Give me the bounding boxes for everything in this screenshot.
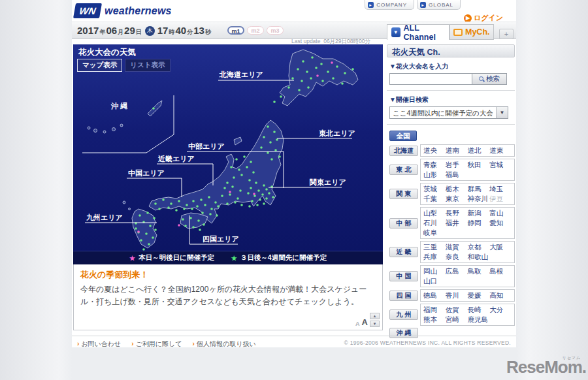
fireworks-event-dot-green[interactable] [287, 86, 290, 89]
prefecture-link[interactable]: 長野 [446, 208, 468, 218]
fireworks-event-dot-green[interactable] [261, 193, 264, 196]
fireworks-event-dot-green[interactable] [186, 204, 188, 206]
map-view-button[interactable]: マップ表示 [77, 59, 122, 72]
prefecture-link[interactable]: 東京 [446, 194, 468, 204]
fireworks-event-dot-green[interactable] [240, 174, 243, 176]
fireworks-event-dot-green[interactable] [301, 80, 303, 82]
search-button[interactable]: 検索 [472, 73, 507, 85]
prefecture-link[interactable]: 福井 [446, 218, 468, 228]
prefecture-link[interactable]: 滋賀 [446, 242, 468, 252]
mode-button-m2[interactable]: m2 [247, 26, 264, 35]
fireworks-event-dot-green[interactable] [167, 206, 170, 209]
fireworks-event-dot-green[interactable] [154, 229, 157, 231]
fireworks-event-dot-green[interactable] [210, 208, 213, 210]
fireworks-event-dot-green[interactable] [250, 187, 252, 189]
fireworks-event-dot-green[interactable] [203, 223, 205, 226]
fireworks-event-dot-green[interactable] [178, 200, 180, 202]
fireworks-event-dot-green[interactable] [315, 67, 318, 69]
fireworks-event-dot-green[interactable] [231, 185, 234, 188]
fireworks-event-dot-pink[interactable] [229, 191, 231, 193]
fireworks-event-dot-green[interactable] [208, 196, 210, 198]
prefecture-link[interactable]: 石川 [423, 218, 446, 228]
fireworks-event-dot-green[interactable] [226, 182, 229, 184]
fireworks-event-dot-green[interactable] [235, 158, 238, 161]
fireworks-event-dot-green[interactable] [263, 202, 265, 205]
fireworks-event-dot-green[interactable] [182, 218, 184, 221]
global-button[interactable]: GLOBAL [417, 0, 461, 10]
fireworks-event-dot-green[interactable] [248, 205, 251, 208]
fireworks-event-dot-green[interactable] [192, 200, 195, 202]
fireworks-event-dot-green[interactable] [162, 198, 165, 201]
fireworks-event-dot-green[interactable] [237, 197, 239, 200]
weathernews-logo[interactable]: WN weathernews [74, 3, 172, 18]
region-button[interactable]: 中 部 [389, 218, 418, 229]
region-button[interactable]: 近 畿 [389, 247, 418, 257]
prefecture-link[interactable]: 愛媛 [468, 291, 490, 300]
region-button[interactable]: 中 国 [389, 271, 418, 281]
prefecture-link[interactable]: 佐賀 [446, 305, 468, 315]
fireworks-event-dot-green[interactable] [191, 208, 193, 210]
add-channel-button[interactable] [499, 29, 514, 39]
fireworks-event-dot-pink[interactable] [178, 224, 180, 227]
fireworks-event-dot-green[interactable] [320, 63, 323, 65]
prefecture-link[interactable]: 島根 [489, 266, 512, 276]
region-button[interactable]: 関 東 [389, 189, 418, 199]
fireworks-event-dot-green[interactable] [267, 151, 269, 154]
region-button[interactable]: 東 北 [389, 165, 418, 175]
fireworks-event-dot-green[interactable] [243, 155, 246, 158]
region-label[interactable]: 東北エリア [318, 129, 355, 137]
fireworks-event-dot-green[interactable] [175, 209, 178, 212]
prefecture-link[interactable]: 岡山 [423, 266, 446, 276]
fireworks-event-dot-green[interactable] [260, 146, 263, 149]
prefecture-link[interactable]: 道央 [423, 146, 446, 155]
prefecture-link[interactable]: 道東 [489, 146, 512, 155]
fireworks-event-dot-green[interactable] [230, 166, 233, 168]
prefecture-link[interactable]: 高知 [489, 291, 512, 300]
prefecture-link[interactable]: 秋田 [468, 160, 490, 170]
prefecture-link[interactable]: 香川 [446, 291, 468, 300]
fireworks-event-dot-green[interactable] [192, 226, 195, 229]
fireworks-event-dot-green[interactable] [148, 243, 150, 245]
fireworks-event-dot-green[interactable] [280, 95, 282, 98]
date-range-dropdown[interactable]: ここ4週間以内に開催予定の大会 [389, 106, 508, 119]
fireworks-event-dot-pink[interactable] [137, 230, 140, 233]
prefecture-link[interactable]: 徳島 [423, 291, 446, 300]
prefecture-link[interactable]: 山梨 [423, 208, 446, 218]
fireworks-event-dot-green[interactable] [341, 82, 344, 85]
prefecture-link[interactable]: 岩手 [446, 160, 468, 170]
fireworks-event-dot-green[interactable] [229, 193, 231, 196]
fireworks-event-dot-green[interactable] [252, 171, 255, 174]
fireworks-event-dot-green[interactable] [196, 205, 199, 208]
prefecture-link[interactable]: 三重 [423, 242, 446, 252]
prefecture-link[interactable]: 福島 [446, 170, 468, 180]
fireworks-event-dot-green[interactable] [209, 213, 212, 215]
scroll-down-button[interactable]: ▼ [370, 321, 380, 327]
prefecture-link[interactable]: 大分 [489, 305, 512, 315]
prefecture-link[interactable]: 和歌山 [468, 252, 490, 262]
prefecture-link[interactable]: 栃木 [446, 184, 468, 194]
fireworks-event-dot-green[interactable] [226, 202, 229, 205]
prefecture-link[interactable]: 大阪 [489, 242, 512, 252]
fireworks-event-dot-green[interactable] [149, 225, 152, 227]
fireworks-event-dot-green[interactable] [291, 77, 294, 80]
japan-map[interactable]: 沖 縄 北海道エリア東北エリア中部エリア近畿エリア中国エリア関東エリア九州エリア… [73, 44, 383, 264]
prefecture-link[interactable]: 千葉 [423, 194, 446, 204]
region-button[interactable]: 九 州 [389, 309, 418, 320]
fireworks-event-dot-green[interactable] [265, 197, 268, 200]
fireworks-event-dot-green[interactable] [327, 71, 329, 73]
fireworks-event-dot-green[interactable] [221, 195, 223, 197]
fireworks-event-dot-green[interactable] [200, 198, 203, 201]
fireworks-event-dot-green[interactable] [197, 219, 200, 222]
prefecture-link[interactable]: 奈良 [446, 252, 468, 262]
region-label[interactable]: 近畿エリア [157, 155, 195, 163]
fireworks-event-dot-green[interactable] [140, 239, 142, 242]
fireworks-event-dot-green[interactable] [214, 201, 217, 204]
fireworks-event-dot-green[interactable] [344, 72, 346, 74]
fireworks-event-dot-green[interactable] [223, 187, 226, 189]
fireworks-event-dot-green[interactable] [263, 184, 265, 187]
scroll-up-button[interactable]: ▲ [370, 313, 380, 319]
fireworks-event-dot-green[interactable] [246, 166, 248, 168]
region-label[interactable]: 四国エリア [203, 235, 239, 243]
footer-link[interactable]: 個人情報の取り扱い [193, 340, 256, 349]
fireworks-event-dot-pink[interactable] [316, 74, 319, 77]
